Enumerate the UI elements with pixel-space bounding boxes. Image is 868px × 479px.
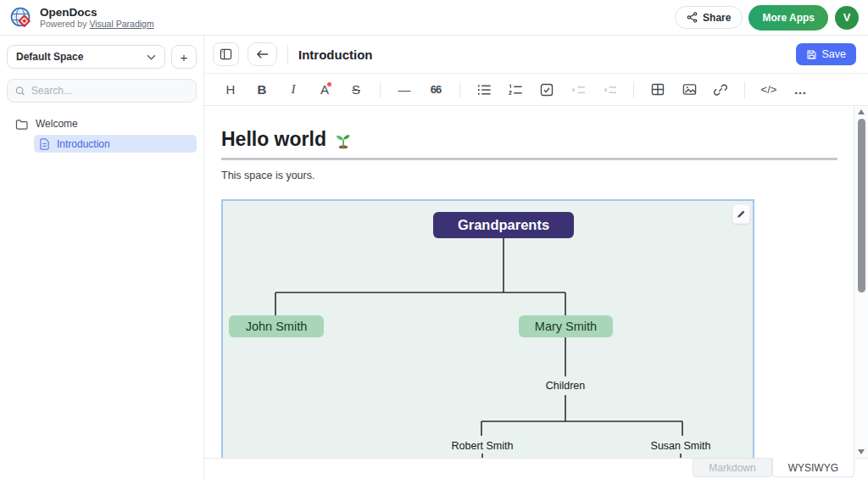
tree-item-introduction[interactable]: Introduction <box>34 135 197 153</box>
table-icon <box>651 83 665 96</box>
tab-wysiwyg[interactable]: WYSIWYG <box>772 458 854 477</box>
indent-icon <box>571 84 586 96</box>
link-button[interactable] <box>706 78 735 102</box>
diagram-label-children: Children <box>546 380 586 392</box>
table-button[interactable] <box>643 78 672 102</box>
diagram-label-susan: Susan Smith <box>651 440 711 452</box>
document-paragraph: This space is yours. <box>221 170 314 181</box>
heading-button[interactable]: H <box>216 78 245 102</box>
back-button[interactable] <box>248 42 277 66</box>
save-button[interactable]: Save <box>796 43 857 65</box>
diagram-node-root: Grandparents <box>433 212 574 238</box>
top-bar: OpenDocs Powered by Visual Paradigm Shar… <box>0 0 868 36</box>
editor-toolbar: H B I A S — 66 <box>204 73 868 106</box>
seedling-emoji <box>334 131 353 149</box>
tree-item-welcome[interactable]: Welcome <box>7 115 197 132</box>
toolbar-separator <box>633 81 634 98</box>
pencil-icon <box>737 209 746 219</box>
app-window: OpenDocs Powered by Visual Paradigm Shar… <box>0 0 868 479</box>
toolbar-separator <box>380 81 381 98</box>
vertical-scrollbar <box>854 106 868 458</box>
search-input[interactable] <box>31 85 188 97</box>
task-list-button[interactable] <box>532 78 561 102</box>
chevron-down-icon <box>147 54 156 60</box>
indent-button[interactable] <box>564 78 593 102</box>
user-avatar[interactable]: V <box>835 6 859 30</box>
document-icon <box>39 138 50 150</box>
editor-content[interactable]: Hello world This space is yours. <box>204 106 868 458</box>
bold-button[interactable]: B <box>248 78 276 102</box>
ordered-list-icon <box>509 84 523 96</box>
scroll-up-arrow[interactable] <box>858 109 865 114</box>
visual-paradigm-link[interactable]: Visual Paradigm <box>89 19 153 29</box>
page-title: Introduction <box>298 47 372 62</box>
task-list-icon <box>540 83 554 97</box>
more-options-button[interactable]: … <box>786 78 815 102</box>
opendocs-logo-icon <box>9 6 33 30</box>
image-icon <box>682 83 697 96</box>
bullet-list-button[interactable] <box>470 78 498 102</box>
link-icon <box>714 83 727 97</box>
scrollbar-thumb[interactable] <box>858 119 865 292</box>
toolbar-separator <box>459 81 460 98</box>
document-heading: Hello world <box>221 128 353 151</box>
folder-icon <box>15 119 28 130</box>
toolbar-separator <box>744 81 745 98</box>
editor-mode-bar: Markdown WYSIWYG <box>204 458 868 479</box>
tree-item-label: Welcome <box>36 118 78 130</box>
bullet-list-icon <box>477 84 492 96</box>
blockquote-button[interactable]: 66 <box>421 78 450 102</box>
share-icon <box>687 12 698 23</box>
share-button[interactable]: Share <box>675 6 743 29</box>
family-tree-diagram[interactable]: Grandparents John Smith Mary Smith Child… <box>221 199 754 458</box>
back-arrow-icon <box>256 49 269 59</box>
header-divider <box>287 45 288 64</box>
scroll-down-arrow[interactable] <box>858 449 865 454</box>
panel-left-icon <box>220 48 232 60</box>
code-button[interactable]: </> <box>754 78 783 102</box>
strikethrough-button[interactable]: S <box>342 78 370 102</box>
sidebar: Default Space + Welcome <box>0 36 204 479</box>
space-selector[interactable]: Default Space <box>7 45 165 69</box>
outdent-button[interactable] <box>595 78 624 102</box>
image-button[interactable] <box>675 78 704 102</box>
heading-rule <box>221 158 837 160</box>
app-name: OpenDocs <box>40 6 154 19</box>
brand: OpenDocs Powered by Visual Paradigm <box>9 6 154 30</box>
horizontal-rule-button[interactable]: — <box>390 78 419 102</box>
edit-diagram-button[interactable] <box>732 204 750 224</box>
add-page-button[interactable]: + <box>171 45 197 69</box>
italic-button[interactable]: I <box>279 78 308 102</box>
outdent-icon <box>603 84 617 96</box>
more-apps-button[interactable]: More Apps <box>748 5 828 31</box>
text-color-button[interactable]: A <box>310 78 339 102</box>
color-dot <box>327 82 331 86</box>
main-panel: Introduction Save H B I A S — 66 <box>204 36 868 479</box>
document-header: Introduction Save <box>204 36 868 73</box>
powered-by: Powered by Visual Paradigm <box>40 19 154 29</box>
diagram-label-robert: Robert Smith <box>452 440 514 452</box>
save-icon <box>806 49 817 60</box>
tree-item-label: Introduction <box>57 138 110 150</box>
ordered-list-button[interactable] <box>501 78 530 102</box>
search-box <box>7 79 197 103</box>
page-tree: Welcome Introduction <box>7 115 197 153</box>
diagram-node-mary: Mary Smith <box>519 315 613 337</box>
tab-markdown[interactable]: Markdown <box>693 458 771 477</box>
diagram-node-john: John Smith <box>229 315 324 337</box>
toggle-sidebar-button[interactable] <box>213 42 239 66</box>
search-icon <box>15 86 25 97</box>
